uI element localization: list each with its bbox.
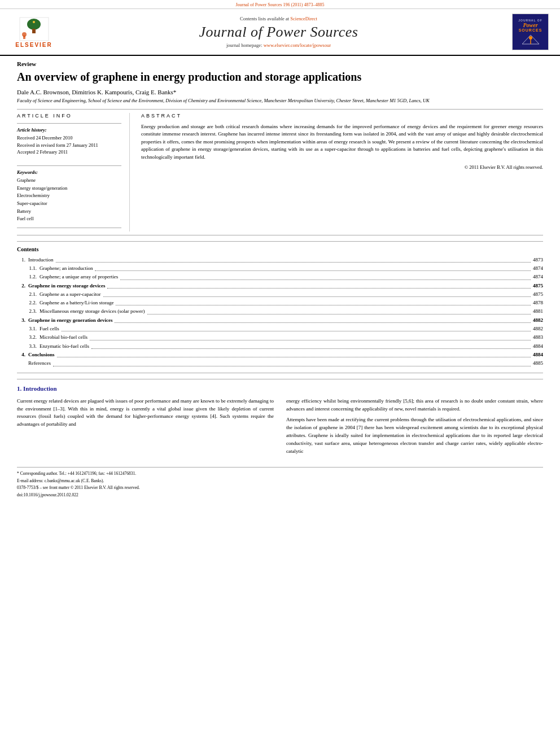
intro-para-1: Current energy related devices are plagu… — [17, 397, 274, 429]
corresponding-author-note: * Corresponding author. Tel.: +44 161247… — [17, 471, 543, 477]
keyword-fuel-cell: Fuel cell — [17, 215, 121, 223]
article-footer: * Corresponding author. Tel.: +44 161247… — [17, 467, 543, 497]
toc-item-2-1: 2.1. Graphene as a super-capacitor 4875 — [17, 290, 543, 299]
divider-kw — [17, 165, 121, 166]
email-note: E-mail address: c.banks@mmu.ac.uk (C.E. … — [17, 478, 543, 484]
intro-para-3: Attempts have been made at rectifying th… — [286, 416, 543, 456]
revised-date: Received in revised form 27 January 2011 — [17, 142, 121, 149]
toc-item-2-2: 2.2. Graphene as a battery/Li-ion storag… — [17, 299, 543, 307]
article-info-column: ARTICLE INFO Article history: Received 2… — [17, 113, 130, 231]
divider-2 — [17, 235, 543, 235]
keyword-energy-storage: Energy storage/generation — [17, 185, 121, 193]
abstract-copyright: © 2011 Elsevier B.V. All rights reserved… — [141, 164, 543, 170]
toc-item-1-1: 1.1. Graphene; an introduction 4874 — [17, 264, 543, 273]
toc-item-1: 1. Introduction 4873 — [17, 256, 543, 264]
toc-item-3-2: 3.2. Microbial bio-fuel cells 4883 — [17, 333, 543, 342]
abstract-column: ABSTRACT Energy production and storage a… — [141, 113, 543, 231]
toc-item-3-3: 3.3. Enzymatic bio-fuel cells 4884 — [17, 342, 543, 351]
article-title: An overview of graphene in energy produc… — [17, 69, 543, 84]
toc-item-references: References 4885 — [17, 359, 543, 368]
divider-ai — [17, 123, 121, 124]
divider-1 — [17, 109, 543, 110]
received-date: Received 24 December 2010 — [17, 134, 121, 142]
authors: Dale A.C. Brownson, Dimitrios K. Kampour… — [17, 89, 543, 95]
keywords-label: Keywords: — [17, 169, 121, 175]
toc-item-2: 2. Graphene in energy storage devices 48… — [17, 282, 543, 290]
homepage-url[interactable]: www.elsevier.com/locate/jpowsour — [264, 42, 331, 48]
sciencedirect-link[interactable]: ScienceDirect — [290, 16, 317, 21]
toc-item-2-3: 2.3. Miscellaneous energy storage device… — [17, 307, 543, 316]
keyword-graphene: Graphene — [17, 177, 121, 185]
svg-point-1 — [27, 19, 41, 30]
toc-item-3-1: 3.1. Fuel cells 4882 — [17, 325, 543, 333]
introduction-col1: Current energy related devices are plagu… — [17, 397, 274, 460]
divider-kw-end — [17, 228, 121, 228]
abstract-text: Energy production and storage are both c… — [141, 123, 543, 161]
doi-note: doi:10.1016/j.jpowsour.2011.02.022 — [17, 492, 543, 497]
journal-logo-box: JOURNAL OF Power SOURCES — [512, 14, 549, 50]
header-area: ELSEVIER Contents lists available at Sci… — [0, 9, 560, 56]
svg-rect-2 — [32, 29, 36, 33]
toc-item-4: 4. Conclusions 4884 — [17, 351, 543, 359]
introduction-section: 1. Introduction Current energy related d… — [17, 385, 543, 460]
journal-title: Journal of Power Sources — [56, 24, 501, 41]
toc-item-3: 3. Graphene in energy generation devices… — [17, 316, 543, 325]
abstract-title: ABSTRACT — [141, 113, 543, 119]
accepted-date: Accepted 2 February 2011 — [17, 148, 121, 156]
keywords-list: Graphene Energy storage/generation Elect… — [17, 177, 121, 223]
article-info-abstract-area: ARTICLE INFO Article history: Received 2… — [17, 113, 543, 231]
svg-rect-4 — [23, 36, 25, 39]
keyword-electrochemistry: Electrochemistry — [17, 192, 121, 200]
contents-title: Contents — [17, 246, 543, 252]
introduction-col2: energy efficiency whilst being environme… — [286, 397, 543, 460]
article-history-label: Article history: — [17, 127, 121, 133]
journal-homepage: journal homepage: www.elsevier.com/locat… — [56, 42, 501, 48]
elsevier-logo: ELSEVIER — [11, 16, 56, 48]
contents-section: Contents 1. Introduction 4873 1.1. Graph… — [17, 241, 543, 373]
journal-ref-bar: Journal of Power Sources 196 (2011) 4873… — [0, 0, 560, 9]
introduction-body: Current energy related devices are plagu… — [17, 397, 543, 460]
svg-point-5 — [33, 21, 35, 23]
divider-3 — [17, 379, 543, 379]
header-center: Contents lists available at ScienceDirec… — [56, 16, 501, 48]
svg-point-8 — [529, 36, 532, 40]
keyword-battery: Battery — [17, 208, 121, 216]
intro-para-2: energy efficiency whilst being environme… — [286, 397, 543, 413]
contents-available-text: Contents lists available at ScienceDirec… — [56, 16, 501, 21]
introduction-heading: 1. Introduction — [17, 385, 543, 392]
keyword-super-capacitor: Super-capacitor — [17, 200, 121, 208]
toc-item-1-2: 1.2. Graphene; a unique array of propert… — [17, 273, 543, 281]
main-content: Review An overview of graphene in energy… — [0, 56, 560, 506]
article-info-title: ARTICLE INFO — [17, 113, 121, 119]
elsevier-text: ELSEVIER — [15, 42, 52, 48]
issn-note: 0378-7753/$ – see front matter © 2011 El… — [17, 485, 543, 491]
article-type-label: Review — [17, 60, 543, 67]
affiliation: Faculty of Science and Engineering, Scho… — [17, 98, 543, 104]
